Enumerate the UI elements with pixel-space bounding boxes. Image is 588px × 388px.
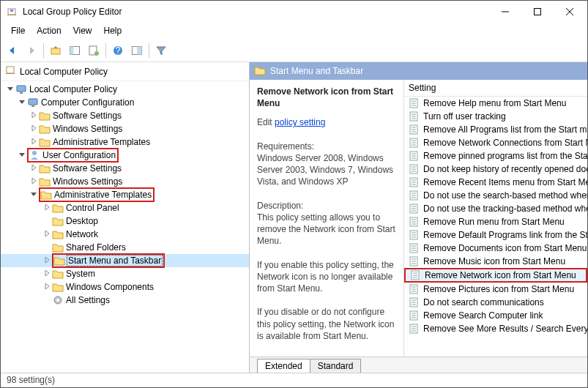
- tree-node[interactable]: Shared Folders: [1, 241, 249, 254]
- description-3: If you disable or do not configure this …: [257, 306, 401, 342]
- expand-icon[interactable]: [42, 269, 52, 279]
- setting-row[interactable]: Do not keep history of recently opened d…: [404, 163, 587, 176]
- content-pane: Start Menu and Taskbar Remove Network ic…: [250, 62, 587, 373]
- folder-icon: [39, 136, 51, 148]
- svg-point-11: [94, 51, 99, 56]
- setting-row[interactable]: Remove Recent Items menu from Start Men: [404, 176, 587, 189]
- expand-icon[interactable]: [29, 163, 39, 174]
- policy-icon: [409, 229, 420, 241]
- settings-rows[interactable]: Remove Help menu from Start MenuTurn off…: [404, 97, 587, 357]
- setting-row[interactable]: Do not use the search-based method when: [404, 189, 587, 202]
- expand-icon[interactable]: [29, 111, 39, 121]
- tab-extended[interactable]: Extended: [257, 359, 310, 373]
- expand-icon[interactable]: [42, 203, 52, 213]
- setting-row[interactable]: Remove Run menu from Start Menu: [404, 215, 587, 228]
- minimize-button[interactable]: [489, 1, 521, 22]
- tree-node[interactable]: Windows Settings: [1, 175, 249, 188]
- setting-row[interactable]: Remove All Programs list from the Start …: [404, 123, 587, 136]
- forward-button[interactable]: [23, 42, 40, 59]
- properties-button[interactable]: [85, 42, 103, 59]
- expand-icon[interactable]: [29, 137, 39, 147]
- collapse-icon[interactable]: [5, 84, 15, 94]
- up-button[interactable]: [47, 42, 64, 59]
- svg-rect-17: [6, 73, 15, 74]
- policy-icon: [409, 137, 420, 149]
- maximize-button[interactable]: [521, 1, 554, 22]
- edit-policy-link[interactable]: policy setting: [275, 117, 325, 127]
- tree-node[interactable]: Control Panel: [1, 201, 249, 214]
- tree-node[interactable]: Software Settings: [1, 162, 249, 175]
- setting-row[interactable]: Turn off user tracking: [404, 110, 587, 123]
- policy-icon: [409, 97, 420, 109]
- tree-node[interactable]: Desktop: [1, 214, 249, 228]
- setting-row[interactable]: Remove Default Programs link from the St…: [404, 228, 587, 242]
- folder-icon: [40, 189, 52, 201]
- setting-row[interactable]: Remove Documents icon from Start Menu: [404, 242, 587, 255]
- setting-label: Remove Recent Items menu from Start Men: [423, 177, 587, 187]
- expand-icon[interactable]: [42, 229, 52, 239]
- tree-node[interactable]: Start Menu and Taskbar: [1, 254, 249, 267]
- description-label: Description:: [257, 200, 401, 212]
- tree-node-label: System: [66, 269, 95, 279]
- setting-label: Remove Music icon from Start Menu: [423, 256, 565, 266]
- policy-icon: [409, 124, 420, 135]
- menu-file[interactable]: File: [5, 24, 31, 37]
- tree-node[interactable]: User Configuration: [1, 149, 249, 162]
- tree-node-label: Windows Components: [66, 282, 154, 292]
- app-icon: [7, 6, 18, 18]
- svg-point-22: [32, 151, 37, 155]
- svg-rect-4: [535, 9, 541, 15]
- tree-node[interactable]: Administrative Templates: [1, 135, 249, 149]
- tree-node-label: Administrative Templates: [53, 137, 150, 147]
- menu-help[interactable]: Help: [98, 24, 128, 37]
- setting-row[interactable]: Remove Pictures icon from Start Menu: [404, 283, 587, 296]
- setting-row[interactable]: Remove Search Computer link: [404, 309, 587, 322]
- help-button[interactable]: ?: [109, 42, 127, 59]
- policy-icon: [409, 310, 420, 321]
- setting-row[interactable]: Remove Network icon from Start Menu: [404, 268, 587, 283]
- collapse-icon[interactable]: [29, 190, 39, 200]
- setting-row[interactable]: Do not search communications: [404, 296, 587, 309]
- setting-row[interactable]: Remove Network Connections from Start M: [404, 136, 587, 149]
- policy-icon: [409, 283, 420, 295]
- setting-label: Remove Help menu from Start Menu: [423, 98, 566, 108]
- tree-node[interactable]: All Settings: [1, 294, 249, 307]
- setting-row[interactable]: Remove Help menu from Start Menu: [404, 97, 587, 110]
- policy-icon: [409, 190, 420, 201]
- tree[interactable]: Local Computer PolicyComputer Configurat…: [1, 81, 249, 373]
- setting-label: Remove Search Computer link: [423, 310, 543, 321]
- requirements-text: Windows Server 2008, Windows Server 2003…: [257, 152, 401, 188]
- menu-action[interactable]: Action: [31, 24, 67, 37]
- tree-node[interactable]: Computer Configuration: [1, 96, 249, 109]
- setting-row[interactable]: Do not use the tracking-based method whe: [404, 202, 587, 215]
- setting-row[interactable]: Remove Music icon from Start Menu: [404, 255, 587, 268]
- options-button[interactable]: [128, 42, 146, 59]
- tab-standard[interactable]: Standard: [310, 359, 362, 373]
- tree-node-label: Shared Folders: [66, 242, 126, 253]
- setting-row[interactable]: Remove See More Results / Search Everywh: [404, 322, 587, 335]
- expand-icon[interactable]: [29, 124, 39, 134]
- collapse-icon[interactable]: [17, 97, 27, 108]
- tree-node[interactable]: Software Settings: [1, 109, 249, 122]
- policy-icon: [409, 323, 420, 335]
- content-header-label: Start Menu and Taskbar: [270, 66, 363, 76]
- tree-node[interactable]: Administrative Templates: [1, 188, 249, 201]
- collapse-icon[interactable]: [17, 150, 27, 160]
- menu-view[interactable]: View: [67, 24, 98, 37]
- tree-node[interactable]: Network: [1, 228, 249, 241]
- show-hide-tree-button[interactable]: [66, 42, 83, 59]
- tree-node[interactable]: Windows Components: [1, 280, 249, 294]
- tree-node[interactable]: System: [1, 267, 249, 280]
- svg-rect-15: [137, 46, 142, 54]
- detail-pane: Remove Network icon from Start Menu Edit…: [250, 80, 403, 357]
- expand-icon[interactable]: [42, 255, 52, 266]
- tree-node[interactable]: Windows Settings: [1, 122, 249, 135]
- tree-node[interactable]: Local Computer Policy: [1, 83, 249, 96]
- settings-column-header[interactable]: Setting: [404, 80, 587, 97]
- filter-button[interactable]: [152, 42, 170, 59]
- setting-row[interactable]: Remove pinned programs list from the Sta: [404, 149, 587, 163]
- expand-icon[interactable]: [29, 176, 39, 187]
- expand-icon[interactable]: [42, 282, 52, 292]
- close-button[interactable]: [554, 1, 586, 22]
- back-button[interactable]: [4, 42, 21, 59]
